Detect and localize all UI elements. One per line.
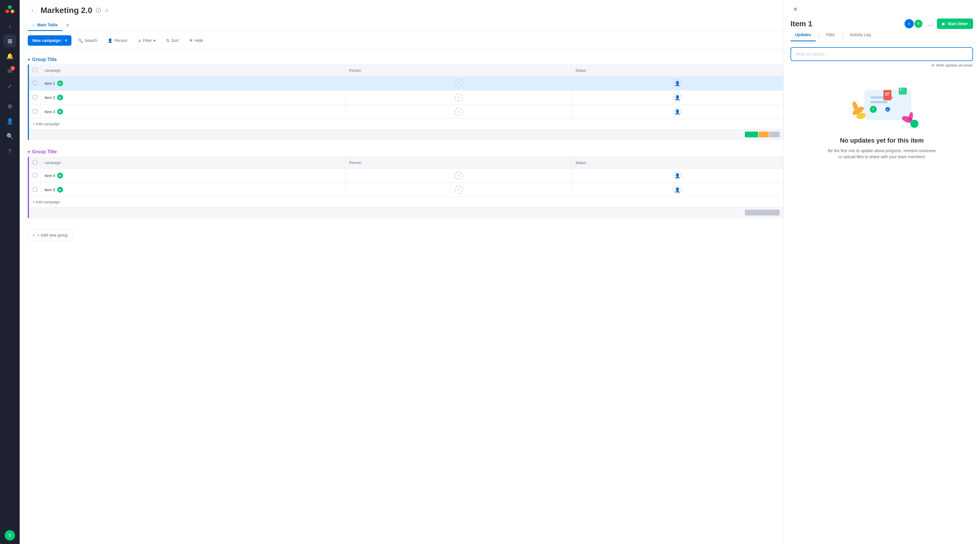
play-button[interactable]: ▶ [57, 187, 63, 192]
new-campaign-button[interactable]: New campaign ▾ [28, 35, 72, 46]
more-options-button[interactable]: ... [925, 19, 935, 29]
svg-point-2 [11, 10, 14, 13]
header-campaign: campaign [41, 65, 346, 76]
empty-illustration: T [842, 79, 923, 137]
svg-rect-10 [885, 95, 889, 95]
sidebar-item-add-user[interactable]: 👤 [3, 115, 16, 127]
add-person-button[interactable]: + [455, 172, 463, 180]
hide-icon: 👁 [189, 38, 193, 43]
tab-main-table[interactable]: ⌂ Main Table [28, 20, 62, 31]
row-checkbox[interactable] [33, 95, 37, 100]
back-button[interactable]: ‹ [28, 6, 37, 15]
panel-close-button[interactable]: ✕ [791, 5, 800, 14]
sidebar-item-home[interactable]: ⊞ [3, 35, 16, 48]
user-avatar[interactable]: T [5, 530, 15, 541]
item-name: Item 5 [45, 188, 55, 192]
row-checkbox[interactable] [33, 173, 37, 178]
add-member-button[interactable]: + [905, 19, 914, 29]
group-2-table-wrapper: campaign Person Status Item 4 ▶ [28, 157, 783, 218]
sidebar: ‹ ⊞ 🔔 ✉ 1 ✓ ⊕ 👤 🔍 ? T [0, 0, 20, 544]
hide-button[interactable]: 👁 Hide [185, 36, 207, 45]
play-button[interactable]: ▶ [57, 95, 63, 100]
tab-activity-log[interactable]: Activity Log [845, 29, 875, 41]
tab-updates[interactable]: Updates [791, 29, 816, 41]
inbox-badge: 1 [10, 66, 15, 70]
header-checkbox[interactable] [33, 68, 37, 72]
filter-arrow-icon: ▾ [154, 38, 156, 43]
svg-text:P: P [887, 109, 888, 111]
item-cell: Item 5 ▶ [45, 187, 342, 192]
header-person: Person [345, 157, 571, 169]
svg-rect-5 [870, 101, 888, 103]
svg-point-12 [900, 89, 902, 91]
item-name: Item 2 [45, 95, 55, 100]
header-checkbox[interactable] [33, 160, 37, 165]
new-campaign-label: New campaign [32, 38, 61, 43]
panel-tabs: Updates | Files | Activity Log [784, 29, 980, 41]
group-1-table: campaign Person Status Item 1 ▶ [29, 65, 783, 119]
sort-button[interactable]: ⇅ Sort [162, 36, 183, 45]
search-toolbar-icon: 🔍 [78, 38, 83, 43]
group-1-toggle-icon[interactable]: ▾ [28, 57, 30, 62]
sidebar-item-help[interactable]: ? [3, 145, 16, 157]
play-button[interactable]: ▶ [57, 80, 63, 86]
add-campaign-button-2[interactable]: + Add campaign [29, 197, 783, 207]
header-checkbox-col [29, 65, 41, 76]
add-person-button[interactable]: + [455, 108, 463, 116]
person-avatar-empty[interactable]: 👤 [673, 108, 681, 116]
add-person-button[interactable]: + [455, 79, 463, 87]
table-row[interactable]: Item 1 ▶ + 👤 [29, 76, 783, 91]
play-button[interactable]: ▶ [57, 173, 63, 178]
add-person-button[interactable]: + [455, 186, 463, 194]
star-icon[interactable]: ☆ [104, 7, 109, 14]
app-logo[interactable] [4, 3, 16, 15]
svg-point-1 [8, 5, 12, 9]
table-row[interactable]: Item 5 ▶ + 👤 [29, 183, 783, 197]
play-button[interactable]: ▶ [57, 109, 63, 115]
header-person: Person [345, 65, 571, 76]
header-checkbox-col [29, 157, 41, 169]
empty-state: T [791, 67, 973, 172]
svg-rect-9 [885, 93, 890, 94]
sidebar-collapse-btn[interactable]: ‹ [3, 20, 16, 32]
home-icon: ⊞ [8, 38, 13, 45]
row-checkbox[interactable] [33, 81, 37, 85]
filter-button[interactable]: ⊿ Filter ▾ [134, 36, 160, 45]
svg-point-0 [5, 10, 9, 13]
member-avatar[interactable]: T [914, 19, 923, 29]
add-tab-button[interactable]: + [64, 21, 72, 30]
start-timer-button[interactable]: ▶ Start timer [937, 19, 973, 29]
sidebar-item-inbox[interactable]: ✉ 1 [3, 65, 16, 78]
sidebar-item-apps[interactable]: ⊕ [3, 100, 16, 113]
person-avatar-empty[interactable]: 👤 [673, 94, 681, 102]
sidebar-item-notifications[interactable]: 🔔 [3, 50, 16, 62]
info-icon[interactable]: ⓘ [96, 7, 101, 14]
summary-orange [759, 132, 769, 137]
group-1-table-wrapper: campaign Person Status Item 1 ▶ [28, 65, 783, 140]
add-campaign-button-1[interactable]: + Add campaign [29, 119, 783, 129]
row-checkbox[interactable] [33, 109, 37, 114]
group-1: ▾ Group Title campaign Person Status [20, 55, 783, 140]
person-avatar-empty[interactable]: 👤 [673, 172, 681, 180]
group-2: ▾ Group Title campaign Person Status [20, 147, 783, 218]
person-button[interactable]: 👤 Person [103, 36, 131, 45]
table-row[interactable]: Item 3 ▶ + 👤 [29, 105, 783, 119]
tab-files[interactable]: Files [821, 29, 839, 41]
sidebar-item-search[interactable]: 🔍 [3, 130, 16, 143]
page-title: Marketing 2.0 [40, 6, 92, 15]
page-header: ‹ Marketing 2.0 ⓘ ☆ ⌂ Main Table + [20, 0, 783, 31]
group-1-title: Group Title [32, 57, 57, 62]
table-row[interactable]: Item 2 ▶ + 👤 [29, 91, 783, 105]
group-1-header[interactable]: ▾ Group Title [20, 55, 783, 65]
person-avatar-empty[interactable]: 👤 [673, 79, 681, 87]
row-checkbox[interactable] [33, 187, 37, 192]
add-person-button[interactable]: + [455, 94, 463, 102]
add-group-button[interactable]: + + Add new group [28, 230, 73, 241]
group-2-header[interactable]: ▾ Group Title [20, 147, 783, 157]
table-row[interactable]: Item 4 ▶ + 👤 [29, 169, 783, 183]
person-avatar-empty[interactable]: 👤 [673, 186, 681, 194]
update-input[interactable] [791, 47, 973, 61]
group-2-toggle-icon[interactable]: ▾ [28, 150, 30, 154]
search-button[interactable]: 🔍 Search [74, 36, 101, 45]
sidebar-item-my-work[interactable]: ✓ [3, 80, 16, 92]
